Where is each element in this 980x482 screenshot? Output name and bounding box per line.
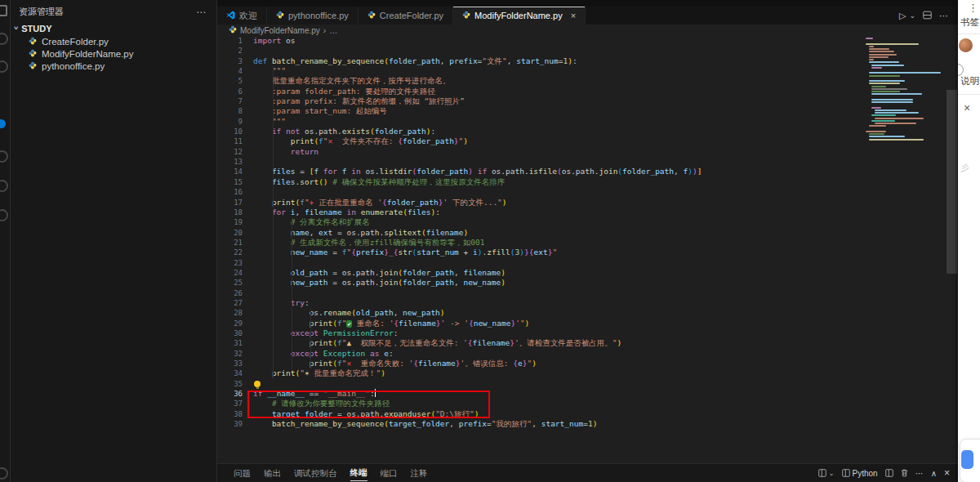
panel-tab-输出[interactable]: 输出 (264, 466, 281, 481)
run-dropdown-chevron-icon[interactable]: ⌄ (909, 11, 915, 20)
code-line-4[interactable]: 4 """ (217, 66, 958, 76)
breadcrumb-more[interactable]: … (329, 26, 337, 35)
code-line-19[interactable]: 19 # 分离文件名和扩展名 (217, 217, 958, 227)
editor-scrollbar[interactable] (947, 90, 957, 274)
line-number: 6 (217, 87, 253, 96)
code-line-35[interactable]: 35 (217, 379, 958, 389)
panel-tab-调试控制台[interactable]: 调试控制台 (294, 466, 337, 481)
code-line-23[interactable]: 23 (217, 258, 958, 268)
code-line-9[interactable]: 9 """ (217, 117, 958, 127)
code-line-1[interactable]: 1import os (217, 36, 958, 46)
code-line-39[interactable]: 39 batch_rename_by_sequence(target_folde… (217, 419, 958, 429)
remote-icon[interactable] (0, 180, 8, 192)
code-line-6[interactable]: 6 :param folder_path: 要处理的文件夹路径 (217, 87, 958, 96)
code-line-16[interactable]: 16 (217, 187, 958, 197)
code-line-33[interactable]: 33 print(f"✕ 重命名失败: '{filename}'。错误信息: {… (217, 359, 958, 368)
code-line-3[interactable]: 3def batch_rename_by_sequence(folder_pat… (217, 56, 958, 66)
editor-tab-ModifyFolderName.py[interactable]: ModifyFolderName.py× (453, 7, 586, 25)
title-bar (217, 0, 958, 7)
code-line-27[interactable]: 27 try: (217, 298, 958, 308)
panel-tab-终端[interactable]: 终端 (350, 465, 368, 481)
code-line-18[interactable]: 18 for i, filename in enumerate(files): (217, 208, 958, 217)
search-icon[interactable] (0, 33, 8, 45)
explorer-icon[interactable] (0, 5, 7, 16)
code-line-2[interactable]: 2 (217, 46, 958, 56)
code-line-32[interactable]: 32 except Exception as e: (217, 349, 958, 359)
minimap[interactable] (866, 38, 947, 160)
source-control-icon[interactable] (0, 60, 8, 73)
extensions-icon[interactable] (0, 150, 8, 163)
code-line-10[interactable]: 10 if not os.path.exists(folder_path): (217, 127, 958, 136)
tree-file-item[interactable]: ModifyFolderName.py (11, 47, 216, 60)
code-editor[interactable]: 1import os23def batch_rename_by_sequence… (217, 36, 958, 463)
breadcrumb[interactable]: ModifyFolderName.py › … (217, 25, 958, 36)
code-line-25[interactable]: 25 new_path = os.path.join(folder_path, … (217, 278, 958, 288)
code-line-14[interactable]: 14 files = [f for f in os.listdir(folder… (217, 167, 958, 176)
line-number: 12 (217, 147, 253, 157)
editor-tab-pythonoffice.py[interactable]: pythonoffice.py (267, 7, 359, 25)
lightbulb-icon[interactable] (254, 381, 261, 387)
line-content: return (253, 147, 318, 157)
tree-root-study[interactable]: ˅ STUDY (11, 22, 216, 35)
editor-tab-欢迎[interactable]: 欢迎 (217, 7, 267, 25)
code-line-7[interactable]: 7 :param prefix: 新文件名的前缀，例如 “旅行照片” (217, 96, 958, 106)
debug-icon[interactable] (0, 209, 8, 221)
sidebar-more-actions-icon[interactable]: ⋯ (196, 7, 207, 18)
code-line-30[interactable]: 30 except PermissionError: (217, 328, 958, 338)
new-terminal-chevron-icon[interactable]: ⌄ (829, 470, 835, 477)
code-line-29[interactable]: 29 print(f"✔ 重命名: '{filename}' -> '{new_… (217, 319, 958, 328)
tree-file-item[interactable]: CreateFolder.py (11, 35, 216, 47)
code-line-34[interactable]: 34 print("✶ 批量重命名完成！") (217, 368, 958, 378)
red-annotation-rectangle (247, 391, 490, 418)
code-line-8[interactable]: 8 :param start_num: 起始编号 (217, 106, 958, 116)
blue-button[interactable] (961, 450, 973, 469)
code-line-15[interactable]: 15 files.sort() # 确保文件按某种顺序处理，这里按原文件名排序 (217, 177, 958, 187)
code-line-5[interactable]: 5 批量重命名指定文件夹下的文件，按序号进行命名。 (217, 76, 958, 86)
code-token: in (342, 208, 356, 216)
code-line-20[interactable]: 20 name, ext = os.path.splitext(filename… (217, 228, 958, 238)
kebab-menu-icon[interactable]: ⋮ (968, 2, 978, 14)
code-token: ext (318, 228, 332, 237)
split-editor-icon[interactable] (923, 11, 932, 21)
code-line-28[interactable]: 28 os.rename(old_path, new_path) (217, 308, 958, 318)
code-token: """ (253, 117, 286, 126)
editor-more-actions-icon[interactable]: ⋯ (939, 11, 948, 21)
code-line-12[interactable]: 12 return (217, 147, 958, 157)
code-token: 文件夹不存在: (332, 136, 398, 145)
new-terminal-button[interactable]: ⌄ (818, 469, 835, 477)
code-line-13[interactable]: 13 (217, 157, 958, 167)
terminal-instance-label[interactable]: Python (853, 469, 878, 478)
code-token (253, 419, 272, 428)
run-python-button[interactable]: ▷ (899, 11, 906, 21)
code-line-24[interactable]: 24 old_path = os.path.join(folder_path, … (217, 268, 958, 278)
close-tab-icon[interactable]: × (571, 11, 576, 20)
close-icon[interactable]: × (964, 101, 970, 114)
line-content: 批量重命名指定文件夹下的文件，按序号进行命名。 (253, 76, 450, 86)
code-line-22[interactable]: 22 new_name = f"{prefix}_{str(start_num … (217, 248, 958, 257)
code-line-21[interactable]: 21 # 生成新文件名，使用zfill确保编号有前导零，如001 (217, 238, 958, 248)
terminal-instance-python[interactable]: Python (842, 469, 878, 478)
panel-tab-注释[interactable]: 注释 (411, 466, 428, 481)
editor-tab-CreateFolder.py[interactable]: CreateFolder.py (359, 7, 453, 25)
panel-tab-端口[interactable]: 端口 (381, 466, 398, 481)
code-line-31[interactable]: 31 print(f"▲ 权限不足，无法重命名文件: '{filename}'。… (217, 338, 958, 348)
code-token: new_name (463, 278, 501, 287)
close-panel-icon[interactable]: × (944, 467, 950, 479)
code-token: files (272, 177, 296, 186)
minimap-line (871, 99, 913, 100)
kill-terminal-trash-icon[interactable] (901, 469, 908, 477)
extensions-badge[interactable] (0, 119, 6, 128)
code-line-17[interactable]: 17 print(f"✈ 正在批量重命名 '{folder_path}' 下的文… (217, 198, 958, 208)
code-token: old_path (356, 308, 394, 317)
maximize-panel-icon[interactable]: ∧ (931, 469, 937, 478)
panel-more-actions-icon[interactable]: ⋯ (915, 469, 924, 478)
panel-tab-问题[interactable]: 问题 (234, 466, 251, 481)
code-token: not (286, 127, 300, 136)
breadcrumb-file[interactable]: ModifyFolderName.py (240, 26, 320, 35)
code-line-26[interactable]: 26 (217, 288, 958, 298)
code-line-11[interactable]: 11 print(f"✕ 文件夹不存在: {folder_path}") (217, 136, 958, 146)
settings-gear-icon[interactable] (0, 467, 8, 480)
code-token: zfill (487, 248, 510, 257)
tree-file-item[interactable]: pythonoffice.py (11, 60, 216, 72)
split-terminal-icon[interactable] (885, 469, 893, 477)
